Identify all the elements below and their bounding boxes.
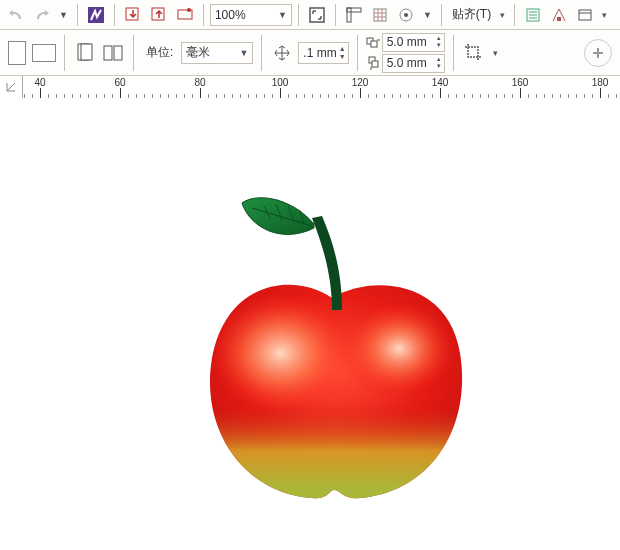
separator <box>64 35 65 71</box>
options-icon[interactable] <box>521 3 545 27</box>
ruler-major-tick <box>280 88 281 98</box>
nudge-icon[interactable] <box>270 41 294 65</box>
separator <box>441 4 442 26</box>
workspace <box>0 98 620 550</box>
ruler-number: 120 <box>352 77 369 88</box>
ruler-number: 40 <box>34 77 45 88</box>
ruler-major-tick <box>200 88 201 98</box>
dup-x-input[interactable]: 5.0 mm ▲▼ <box>382 33 445 52</box>
svg-rect-8 <box>374 9 386 21</box>
ruler-major-tick <box>520 88 521 98</box>
separator <box>357 35 358 71</box>
page-single-icon[interactable] <box>73 41 97 65</box>
separator <box>203 4 204 26</box>
apple-illustration[interactable] <box>172 178 492 518</box>
import-icon[interactable] <box>121 3 145 27</box>
portrait-button[interactable] <box>8 41 26 65</box>
property-bar: 单位: 毫米 ▼ .1 mm ▲▼ 5.0 mm ▲▼ 5.0 mm ▲▼ <box>0 30 620 76</box>
ruler-number: 160 <box>512 77 529 88</box>
export-icon[interactable] <box>147 3 171 27</box>
svg-rect-2 <box>152 8 164 20</box>
dup-y-icon <box>366 56 380 70</box>
page-facing-icon[interactable] <box>101 41 125 65</box>
zoom-select[interactable]: 100% ▼ <box>210 4 292 26</box>
snap-label[interactable]: 贴齐(T) <box>448 6 495 23</box>
ruler-number: 60 <box>114 77 125 88</box>
view-dropdown[interactable]: ▼ <box>420 10 435 20</box>
dup-x-icon <box>366 35 380 49</box>
ruler-major-tick <box>40 88 41 98</box>
svg-rect-16 <box>81 44 92 60</box>
top-toolbar: ▼ 100% ▼ ▼ 贴齐(T) ▾ ▾ <box>0 0 620 30</box>
crop-icon[interactable] <box>462 41 486 65</box>
horizontal-ruler[interactable]: 406080100120140160180 <box>0 76 620 99</box>
ruler-major-tick <box>440 88 441 98</box>
separator <box>114 4 115 26</box>
svg-rect-7 <box>347 8 361 12</box>
svg-rect-6 <box>347 8 351 22</box>
dup-x-value: 5.0 mm <box>387 35 427 49</box>
units-label: 单位: <box>142 44 177 61</box>
vertical-ruler[interactable] <box>0 98 23 550</box>
spin-buttons[interactable]: ▲▼ <box>339 45 346 61</box>
spin-buttons[interactable]: ▲▼ <box>436 35 442 49</box>
ruler-track: 406080100120140160180 <box>22 76 620 98</box>
duplicate-distance-group: 5.0 mm ▲▼ 5.0 mm ▲▼ <box>366 33 445 73</box>
svg-rect-18 <box>114 46 122 60</box>
dropdown-icon: ▼ <box>278 10 287 20</box>
svg-rect-1 <box>126 8 138 20</box>
svg-rect-12 <box>557 17 561 21</box>
separator <box>514 4 515 26</box>
units-value: 毫米 <box>186 44 210 61</box>
ruler-number: 100 <box>272 77 289 88</box>
grid-icon[interactable] <box>368 3 392 27</box>
guides-icon[interactable] <box>394 3 418 27</box>
add-button[interactable] <box>584 39 612 67</box>
nudge-group: .1 mm ▲▼ <box>270 41 348 65</box>
redo-button[interactable] <box>30 3 54 27</box>
svg-rect-13 <box>579 10 591 20</box>
ruler-number: 140 <box>432 77 449 88</box>
separator <box>453 35 454 71</box>
separator <box>298 4 299 26</box>
undo-button[interactable] <box>4 3 28 27</box>
separator <box>133 35 134 71</box>
nudge-value: .1 mm <box>303 46 336 60</box>
orientation-group <box>8 41 56 65</box>
svg-point-4 <box>187 8 191 12</box>
svg-rect-5 <box>310 8 324 22</box>
fullscreen-icon[interactable] <box>305 3 329 27</box>
window-dropdown[interactable]: ▾ <box>599 10 610 20</box>
ruler-major-tick <box>600 88 601 98</box>
launch-icon[interactable] <box>547 3 571 27</box>
svg-rect-17 <box>104 46 112 60</box>
spin-buttons[interactable]: ▲▼ <box>436 56 442 70</box>
ruler-origin[interactable] <box>0 76 23 98</box>
publish-icon[interactable] <box>173 3 197 27</box>
separator <box>261 35 262 71</box>
ruler-major-tick <box>360 88 361 98</box>
svg-rect-22 <box>372 61 378 67</box>
window-icon[interactable] <box>573 3 597 27</box>
svg-rect-20 <box>371 41 377 47</box>
dup-y-value: 5.0 mm <box>387 56 427 70</box>
rulers-icon[interactable] <box>342 3 366 27</box>
separator <box>77 4 78 26</box>
svg-point-10 <box>404 13 408 17</box>
separator <box>335 4 336 26</box>
landscape-button[interactable] <box>32 44 56 62</box>
dup-y-input[interactable]: 5.0 mm ▲▼ <box>382 54 445 73</box>
nudge-input[interactable]: .1 mm ▲▼ <box>298 42 348 64</box>
crop-dropdown[interactable]: ▾ <box>490 48 501 58</box>
ruler-number: 180 <box>592 77 609 88</box>
canvas[interactable] <box>22 98 620 550</box>
zoom-value: 100% <box>215 8 246 22</box>
ruler-number: 80 <box>194 77 205 88</box>
app-tool-icon[interactable] <box>84 3 108 27</box>
ruler-major-tick <box>120 88 121 98</box>
snap-dropdown[interactable]: ▾ <box>497 10 508 20</box>
dropdown-icon: ▼ <box>239 48 248 58</box>
history-dropdown[interactable]: ▼ <box>56 10 71 20</box>
units-select[interactable]: 毫米 ▼ <box>181 42 253 64</box>
